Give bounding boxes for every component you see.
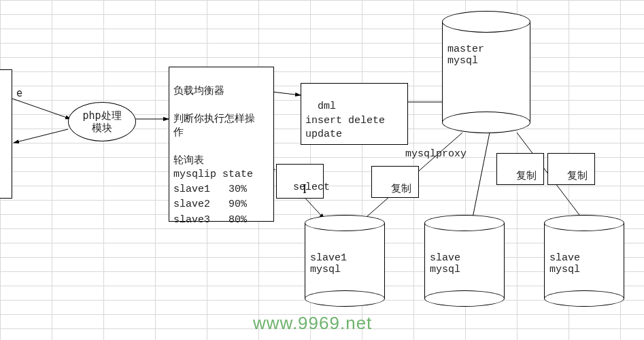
- watermark-text: www.9969.net: [253, 313, 372, 334]
- lb-poll-header: 轮询表: [173, 154, 204, 166]
- slave-db-cylinder-3: slave mysql: [544, 215, 624, 307]
- slave-db-cylinder-1: slave1 mysql: [305, 215, 385, 307]
- select-box: select: [276, 164, 324, 199]
- replicate-label-3: 复制: [567, 169, 588, 182]
- php-module-line1: php处理: [82, 109, 121, 122]
- text-cursor-icon: I: [303, 182, 307, 197]
- php-module-node: php处理 模块: [68, 102, 136, 141]
- master-label: master mysql: [447, 44, 484, 67]
- php-module-line2: 模块: [82, 122, 121, 134]
- slave-db-cylinder-2: slave mysql: [424, 215, 505, 307]
- replicate-box-3: 复制: [547, 153, 595, 185]
- load-balancer-box: 负载均衡器 判断你执行怎样操 作 轮询表 mysqlip state slave…: [169, 67, 274, 222]
- lb-row-2: slave3 80%: [173, 214, 247, 226]
- dml-text: dml insert delete update: [305, 101, 385, 140]
- left-clipped-box: e: [0, 69, 12, 199]
- lb-row-1: slave2 90%: [173, 199, 247, 210]
- select-text: select: [293, 182, 330, 193]
- left-box-text: e: [16, 87, 22, 99]
- replicate-box-2: 复制: [496, 153, 544, 185]
- master-db-cylinder: master mysql: [442, 11, 530, 133]
- slave1-label: slave1 mysql: [310, 252, 347, 275]
- slave3-label: slave mysql: [549, 252, 580, 275]
- slave2-label: slave mysql: [430, 252, 460, 275]
- replicate-box-1: 复制: [371, 166, 419, 198]
- replicate-label-2: 复制: [516, 169, 537, 182]
- lb-table-header: mysqlip state: [173, 169, 253, 180]
- mysqlproxy-label: mysqlproxy: [405, 148, 467, 160]
- replicate-label-1: 复制: [391, 182, 411, 194]
- lb-row-0: slave1 30%: [173, 184, 247, 195]
- lb-decision: 判断你执行怎样操 作: [173, 112, 255, 138]
- lb-title: 负载均衡器: [173, 84, 224, 97]
- dml-box: dml insert delete update: [301, 83, 408, 145]
